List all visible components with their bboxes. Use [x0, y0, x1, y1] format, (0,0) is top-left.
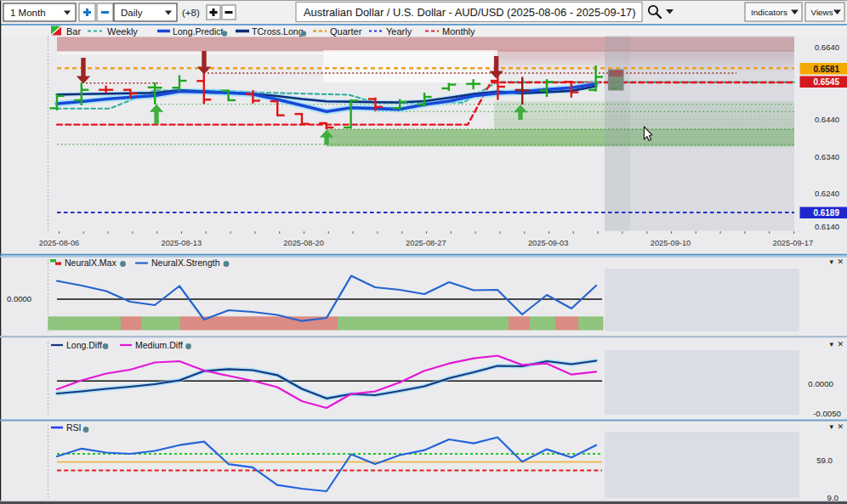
svg-text:0.6440: 0.6440 — [815, 115, 839, 124]
svg-text:0.6581: 0.6581 — [813, 65, 839, 74]
svg-text:2025-09-17: 2025-09-17 — [773, 239, 814, 247]
svg-text:2025-09-10: 2025-09-10 — [651, 239, 691, 247]
svg-text:Yearly: Yearly — [386, 26, 412, 37]
svg-text:Weekly: Weekly — [107, 26, 138, 37]
svg-text:▾: ▾ — [829, 258, 833, 266]
svg-text:Bar: Bar — [66, 26, 81, 37]
svg-text:2025-08-06: 2025-08-06 — [39, 239, 80, 247]
svg-text:2025-08-27: 2025-08-27 — [406, 239, 446, 247]
svg-text:Long.Predict: Long.Predict — [173, 26, 224, 37]
svg-text:NeuralX.Max: NeuralX.Max — [65, 258, 117, 268]
svg-text:(+8): (+8) — [182, 8, 200, 18]
svg-text:✕: ✕ — [837, 258, 844, 266]
svg-text:0.0000: 0.0000 — [808, 379, 833, 388]
svg-text:▾: ▾ — [829, 422, 833, 431]
svg-text:Australian Dollar / U.S. Dolla: Australian Dollar / U.S. Dollar - AUD/US… — [304, 6, 635, 19]
svg-text:9.0: 9.0 — [827, 493, 839, 502]
svg-text:0.6340: 0.6340 — [815, 152, 839, 161]
svg-text:✕: ✕ — [837, 340, 844, 348]
svg-text:Quarter: Quarter — [330, 26, 362, 37]
svg-text:0.6140: 0.6140 — [815, 222, 839, 231]
svg-text:0.6640: 0.6640 — [815, 42, 839, 52]
svg-text:▾: ▾ — [829, 340, 833, 348]
svg-text:0.0000: 0.0000 — [7, 294, 31, 303]
svg-text:NeuralX.Strength: NeuralX.Strength — [151, 258, 220, 268]
svg-text:Monthly: Monthly — [442, 26, 475, 37]
svg-text:-0.0050: -0.0050 — [813, 409, 841, 418]
svg-text:✕: ✕ — [837, 422, 844, 431]
svg-text:1 Month: 1 Month — [10, 8, 46, 18]
svg-text:59.0: 59.0 — [816, 456, 833, 465]
svg-text:Indicators: Indicators — [751, 8, 787, 17]
svg-text:2025-08-20: 2025-08-20 — [283, 239, 324, 247]
svg-text:2025-09-03: 2025-09-03 — [528, 239, 569, 247]
svg-text:Medium.Diff: Medium.Diff — [135, 340, 183, 350]
svg-text:RSI: RSI — [66, 422, 82, 433]
svg-text:TCross.Long: TCross.Long — [252, 26, 304, 37]
svg-text:0.6240: 0.6240 — [815, 189, 839, 198]
svg-text:Views: Views — [811, 8, 833, 17]
svg-text:Long.Diff: Long.Diff — [66, 340, 102, 350]
svg-text:Daily: Daily — [121, 8, 143, 18]
svg-text:2025-08-13: 2025-08-13 — [162, 239, 202, 247]
svg-text:0.6545: 0.6545 — [813, 77, 839, 87]
svg-text:0.6189: 0.6189 — [813, 208, 839, 218]
